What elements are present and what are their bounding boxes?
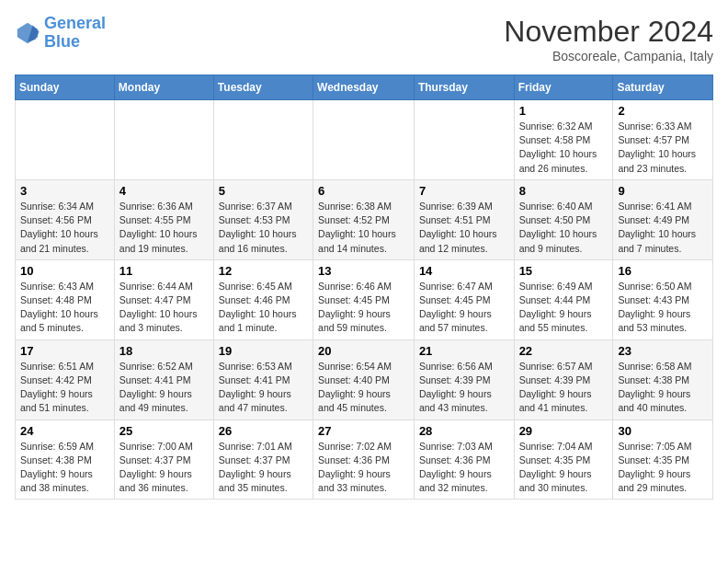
calendar-cell [213, 100, 313, 180]
calendar-cell: 23Sunrise: 6:58 AM Sunset: 4:38 PM Dayli… [613, 339, 713, 419]
title-section: November 2024 Boscoreale, Campania, Ital… [504, 15, 713, 63]
day-number: 23 [618, 344, 708, 358]
calendar-cell: 2Sunrise: 6:33 AM Sunset: 4:57 PM Daylig… [613, 100, 713, 180]
calendar-cell [313, 100, 415, 180]
calendar-cell: 28Sunrise: 7:03 AM Sunset: 4:36 PM Dayli… [414, 419, 514, 500]
day-info: Sunrise: 6:44 AM Sunset: 4:47 PM Dayligh… [119, 280, 209, 336]
calendar-cell: 16Sunrise: 6:50 AM Sunset: 4:43 PM Dayli… [613, 259, 713, 339]
day-info: Sunrise: 6:50 AM Sunset: 4:43 PM Dayligh… [618, 280, 708, 336]
page-header: General Blue November 2024 Boscoreale, C… [15, 15, 713, 63]
calendar-cell: 26Sunrise: 7:01 AM Sunset: 4:37 PM Dayli… [213, 419, 313, 500]
day-info: Sunrise: 7:03 AM Sunset: 4:36 PM Dayligh… [419, 440, 509, 496]
calendar-week-row: 1Sunrise: 6:32 AM Sunset: 4:58 PM Daylig… [16, 100, 713, 180]
calendar-cell: 10Sunrise: 6:43 AM Sunset: 4:48 PM Dayli… [16, 259, 115, 339]
calendar-cell: 4Sunrise: 6:36 AM Sunset: 4:55 PM Daylig… [114, 179, 213, 259]
day-number: 7 [419, 184, 509, 198]
day-number: 3 [20, 184, 109, 198]
day-number: 24 [20, 424, 109, 438]
day-number: 27 [318, 424, 409, 438]
day-info: Sunrise: 6:45 AM Sunset: 4:46 PM Dayligh… [219, 280, 308, 336]
logo-line1: General [44, 14, 106, 32]
calendar-cell: 21Sunrise: 6:56 AM Sunset: 4:39 PM Dayli… [414, 339, 514, 419]
day-number: 15 [519, 264, 609, 278]
day-info: Sunrise: 7:00 AM Sunset: 4:37 PM Dayligh… [119, 440, 209, 496]
day-number: 16 [618, 264, 708, 278]
header-tuesday: Tuesday [213, 75, 313, 100]
header-friday: Friday [514, 75, 613, 100]
day-number: 28 [419, 424, 509, 438]
day-info: Sunrise: 6:49 AM Sunset: 4:44 PM Dayligh… [519, 280, 609, 336]
day-info: Sunrise: 7:05 AM Sunset: 4:35 PM Dayligh… [618, 440, 708, 496]
day-info: Sunrise: 6:34 AM Sunset: 4:56 PM Dayligh… [20, 200, 109, 256]
day-number: 9 [618, 184, 708, 198]
day-info: Sunrise: 7:04 AM Sunset: 4:35 PM Dayligh… [519, 440, 609, 496]
day-info: Sunrise: 6:41 AM Sunset: 4:49 PM Dayligh… [618, 200, 708, 256]
calendar-cell: 30Sunrise: 7:05 AM Sunset: 4:35 PM Dayli… [613, 419, 713, 500]
header-sunday: Sunday [16, 75, 115, 100]
day-info: Sunrise: 6:58 AM Sunset: 4:38 PM Dayligh… [618, 360, 708, 416]
calendar-cell: 22Sunrise: 6:57 AM Sunset: 4:39 PM Dayli… [514, 339, 613, 419]
day-info: Sunrise: 6:54 AM Sunset: 4:40 PM Dayligh… [318, 360, 409, 416]
day-info: Sunrise: 6:37 AM Sunset: 4:53 PM Dayligh… [219, 200, 308, 256]
calendar-cell: 1Sunrise: 6:32 AM Sunset: 4:58 PM Daylig… [514, 100, 613, 180]
day-number: 2 [618, 104, 708, 118]
day-info: Sunrise: 7:01 AM Sunset: 4:37 PM Dayligh… [219, 440, 308, 496]
calendar-cell: 8Sunrise: 6:40 AM Sunset: 4:50 PM Daylig… [514, 179, 613, 259]
day-number: 5 [219, 184, 308, 198]
calendar-cell: 27Sunrise: 7:02 AM Sunset: 4:36 PM Dayli… [313, 419, 415, 500]
calendar-cell [16, 100, 115, 180]
calendar-cell: 20Sunrise: 6:54 AM Sunset: 4:40 PM Dayli… [313, 339, 415, 419]
calendar-cell [414, 100, 514, 180]
day-info: Sunrise: 6:56 AM Sunset: 4:39 PM Dayligh… [419, 360, 509, 416]
day-number: 26 [219, 424, 308, 438]
day-number: 6 [318, 184, 409, 198]
calendar-cell: 9Sunrise: 6:41 AM Sunset: 4:49 PM Daylig… [613, 179, 713, 259]
calendar-cell: 6Sunrise: 6:38 AM Sunset: 4:52 PM Daylig… [313, 179, 415, 259]
day-info: Sunrise: 6:36 AM Sunset: 4:55 PM Dayligh… [119, 200, 209, 256]
logo: General Blue [15, 15, 106, 52]
calendar-header-row: SundayMondayTuesdayWednesdayThursdayFrid… [16, 75, 713, 100]
day-number: 10 [20, 264, 109, 278]
calendar-cell: 18Sunrise: 6:52 AM Sunset: 4:41 PM Dayli… [114, 339, 213, 419]
day-number: 14 [419, 264, 509, 278]
day-number: 21 [419, 344, 509, 358]
day-info: Sunrise: 6:51 AM Sunset: 4:42 PM Dayligh… [20, 360, 109, 416]
calendar-cell: 25Sunrise: 7:00 AM Sunset: 4:37 PM Dayli… [114, 419, 213, 500]
calendar-cell: 5Sunrise: 6:37 AM Sunset: 4:53 PM Daylig… [213, 179, 313, 259]
calendar-week-row: 17Sunrise: 6:51 AM Sunset: 4:42 PM Dayli… [16, 339, 713, 419]
day-number: 11 [119, 264, 209, 278]
calendar-week-row: 10Sunrise: 6:43 AM Sunset: 4:48 PM Dayli… [16, 259, 713, 339]
day-number: 30 [618, 424, 708, 438]
calendar-cell [114, 100, 213, 180]
day-info: Sunrise: 6:47 AM Sunset: 4:45 PM Dayligh… [419, 280, 509, 336]
day-number: 4 [119, 184, 209, 198]
day-number: 18 [119, 344, 209, 358]
day-number: 12 [219, 264, 308, 278]
header-monday: Monday [114, 75, 213, 100]
day-number: 17 [20, 344, 109, 358]
logo-text: General Blue [44, 15, 106, 52]
day-info: Sunrise: 6:57 AM Sunset: 4:39 PM Dayligh… [519, 360, 609, 416]
day-number: 22 [519, 344, 609, 358]
day-info: Sunrise: 6:33 AM Sunset: 4:57 PM Dayligh… [618, 120, 708, 176]
day-info: Sunrise: 6:46 AM Sunset: 4:45 PM Dayligh… [318, 280, 409, 336]
logo-icon [15, 20, 40, 46]
location: Boscoreale, Campania, Italy [504, 49, 713, 63]
day-info: Sunrise: 6:39 AM Sunset: 4:51 PM Dayligh… [419, 200, 509, 256]
header-wednesday: Wednesday [313, 75, 415, 100]
day-info: Sunrise: 6:53 AM Sunset: 4:41 PM Dayligh… [219, 360, 308, 416]
calendar-week-row: 3Sunrise: 6:34 AM Sunset: 4:56 PM Daylig… [16, 179, 713, 259]
calendar-cell: 29Sunrise: 7:04 AM Sunset: 4:35 PM Dayli… [514, 419, 613, 500]
day-info: Sunrise: 7:02 AM Sunset: 4:36 PM Dayligh… [318, 440, 409, 496]
calendar-cell: 17Sunrise: 6:51 AM Sunset: 4:42 PM Dayli… [16, 339, 115, 419]
calendar-cell: 11Sunrise: 6:44 AM Sunset: 4:47 PM Dayli… [114, 259, 213, 339]
calendar-cell: 12Sunrise: 6:45 AM Sunset: 4:46 PM Dayli… [213, 259, 313, 339]
day-info: Sunrise: 6:52 AM Sunset: 4:41 PM Dayligh… [119, 360, 209, 416]
day-info: Sunrise: 6:38 AM Sunset: 4:52 PM Dayligh… [318, 200, 409, 256]
calendar-cell: 24Sunrise: 6:59 AM Sunset: 4:38 PM Dayli… [16, 419, 115, 500]
calendar-cell: 15Sunrise: 6:49 AM Sunset: 4:44 PM Dayli… [514, 259, 613, 339]
day-number: 29 [519, 424, 609, 438]
day-info: Sunrise: 6:59 AM Sunset: 4:38 PM Dayligh… [20, 440, 109, 496]
month-title: November 2024 [504, 15, 713, 49]
calendar-cell: 14Sunrise: 6:47 AM Sunset: 4:45 PM Dayli… [414, 259, 514, 339]
